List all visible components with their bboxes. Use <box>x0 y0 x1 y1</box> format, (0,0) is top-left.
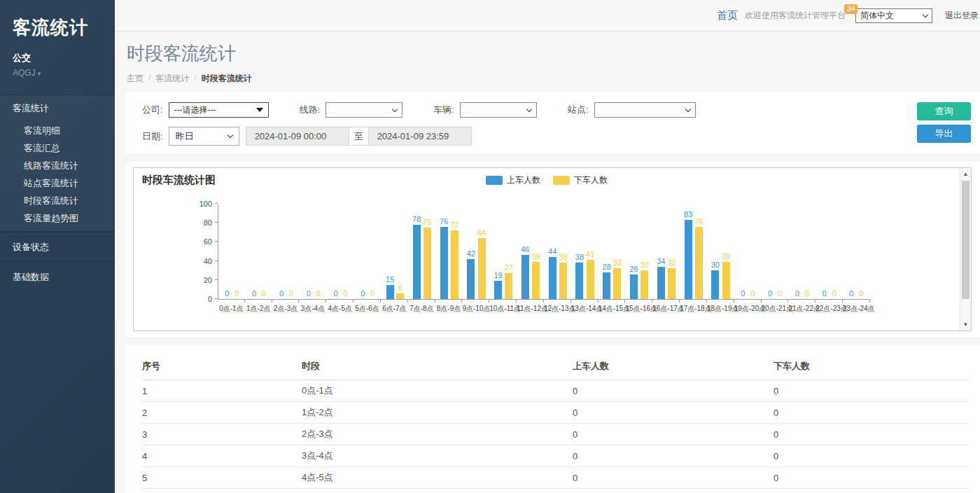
scroll-down-icon[interactable]: ▼ <box>960 319 971 330</box>
chevron-down-icon <box>392 106 398 111</box>
station-select[interactable] <box>594 102 696 118</box>
bar-value-label: 0 <box>822 290 827 298</box>
bar-column: 0 <box>848 204 855 299</box>
sidebar-item-站点客流统计[interactable]: 站点客流统计 <box>0 174 115 192</box>
chart-scrollbar[interactable]: ▲ ▼ <box>960 168 971 331</box>
bar-value-label: 0 <box>805 290 809 298</box>
bar-column: 0 <box>793 204 801 299</box>
bar-column: 32 <box>667 204 676 299</box>
table-row: 32点-3点00 <box>142 424 969 445</box>
table-row: 21点-2点00 <box>142 402 969 424</box>
bar-value-label: 6 <box>398 284 402 292</box>
chevron-down-icon <box>923 11 928 17</box>
bar-column: 0 <box>304 204 312 299</box>
x-axis-tick <box>272 300 300 303</box>
bar-group: 4264 <box>463 204 490 299</box>
bar-group: 00 <box>734 204 762 299</box>
table-header-cell: 上车人数 <box>573 354 774 380</box>
title-block: 时段客流统计 主页/客流统计/时段客流统计 <box>115 32 980 85</box>
bar <box>603 272 610 299</box>
sidebar-item-基础数据[interactable]: 基础数据 <box>0 263 115 292</box>
x-axis-tick <box>762 300 789 303</box>
scroll-up-icon[interactable]: ▲ <box>960 169 971 179</box>
y-axis-tick <box>215 298 218 299</box>
sidebar-item-时段客流统计[interactable]: 时段客流统计 <box>0 192 115 209</box>
bar-column: 72 <box>450 204 458 299</box>
bar-group: 4438 <box>544 204 571 299</box>
sidebar-item-客流量趋势图[interactable]: 客流量趋势图 <box>0 209 115 231</box>
bar <box>575 263 583 299</box>
bar-group: 156 <box>382 204 409 299</box>
breadcrumb-item[interactable]: 主页 <box>127 74 144 83</box>
legend-item[interactable]: 上车人数 <box>486 174 540 186</box>
x-axis-tick <box>652 300 680 303</box>
x-axis-label: 8点-9点 <box>435 304 463 314</box>
x-axis-label: 17点-18点 <box>680 304 707 314</box>
sidebar-item-客流汇总[interactable]: 客流汇总 <box>0 139 115 157</box>
bar-column: 0 <box>277 204 285 299</box>
breadcrumb-item[interactable]: 客流统计 <box>155 74 189 83</box>
bar-value-label: 0 <box>234 290 239 298</box>
export-button[interactable]: 导出 <box>917 125 971 143</box>
table-cell: 0 <box>573 467 774 489</box>
bar-value-label: 0 <box>778 290 782 298</box>
bar-group: 00 <box>788 204 816 299</box>
table-cell: 0 <box>774 467 969 489</box>
bar-column: 41 <box>586 204 594 299</box>
query-button[interactable]: 查询 <box>917 102 971 120</box>
x-axis-tick <box>517 300 544 303</box>
sidebar-item-设备状态[interactable]: 设备状态 <box>0 232 115 262</box>
scrollbar-thumb[interactable] <box>962 181 969 299</box>
sidebar-item-客流明细[interactable]: 客流明细 <box>0 122 115 139</box>
bar-column: 0 <box>260 204 268 299</box>
bar-value-label: 0 <box>795 290 799 298</box>
bar-value-label: 83 <box>684 211 692 218</box>
bar-value-label: 0 <box>832 290 836 298</box>
bar <box>657 267 665 299</box>
org-code-dropdown[interactable]: AQGJ▾ <box>0 64 115 78</box>
bar-value-label: 76 <box>694 218 703 225</box>
chart-x-ticks <box>218 300 870 303</box>
y-axis-tick <box>215 279 218 280</box>
bar-value-label: 39 <box>722 253 730 261</box>
x-axis-label: 0点-1点 <box>218 304 245 314</box>
language-select-wrap: 34 简体中文 <box>855 8 932 23</box>
bar-column: 75 <box>423 204 431 299</box>
chart-panel: 时段车流统计图 上车人数下车人数 00000000000015678757672… <box>126 162 980 337</box>
date-from-input[interactable]: 2024-01-09 00:00 <box>246 127 349 146</box>
home-link[interactable]: 首页 <box>717 9 738 22</box>
bar <box>711 270 719 299</box>
vehicle-select[interactable] <box>460 102 537 118</box>
x-axis-label: 4点-5点 <box>326 304 354 314</box>
company-select[interactable]: ---请选择--- <box>169 102 269 118</box>
line-select[interactable] <box>326 102 402 118</box>
sidebar-item-线路客流统计[interactable]: 线路客流统计 <box>0 157 115 174</box>
logout-link[interactable]: 退出登录 <box>945 10 979 22</box>
x-axis-label: 15点-16点 <box>625 304 652 314</box>
table-cell: 0 <box>573 445 774 467</box>
caret-down-icon: ▾ <box>38 70 41 77</box>
bar-value-label: 0 <box>289 290 293 298</box>
org-name: 公交 <box>0 40 115 64</box>
table-cell: 0 <box>774 380 969 402</box>
bar-column: 44 <box>548 204 556 299</box>
x-axis-tick <box>489 300 517 303</box>
x-axis-label: 6点-7点 <box>381 304 408 314</box>
table-cell: 2 <box>142 402 302 424</box>
legend-item[interactable]: 下车人数 <box>553 174 608 186</box>
notification-badge: 34 <box>844 4 858 14</box>
language-select[interactable]: 简体中文 <box>855 8 932 23</box>
date-to-separator: 至 <box>349 127 368 146</box>
table-cell: 3点-4点 <box>302 445 573 467</box>
date-to-input[interactable]: 2024-01-09 23:59 <box>368 127 472 146</box>
bar-value-label: 0 <box>768 290 772 298</box>
x-axis-label: 10点-11点 <box>489 304 517 314</box>
table-cell: 0 <box>573 380 774 402</box>
sidebar-item-客流统计[interactable]: 客流统计 <box>0 95 115 122</box>
x-axis-tick <box>381 300 408 303</box>
y-axis-label: 80 <box>188 218 212 227</box>
date-preset-select[interactable]: 昨日 <box>169 127 239 146</box>
bar-group: 00 <box>273 204 300 299</box>
bar-value-label: 19 <box>493 272 502 279</box>
table-row: 10点-1点00 <box>142 380 969 402</box>
